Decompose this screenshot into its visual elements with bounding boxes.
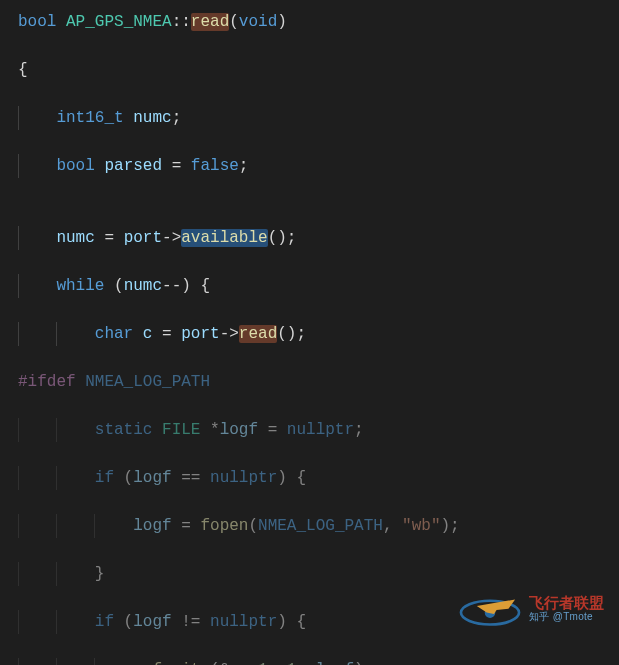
code-line: #ifdef NMEA_LOG_PATH — [18, 370, 609, 394]
code-line: numc = port->available(); — [18, 226, 609, 250]
fn-read2-highlight: read — [239, 325, 277, 343]
code-line: if (logf != nullptr) { — [18, 610, 609, 634]
code-line: bool AP_GPS_NMEA::read(void) — [18, 10, 609, 34]
code-line: char c = port->read(); — [18, 322, 609, 346]
code-line: int16_t numc; — [18, 106, 609, 130]
fn-read-highlight: read — [191, 13, 229, 31]
code-block: bool AP_GPS_NMEA::read(void) { int16_t n… — [0, 10, 609, 665]
code-line: logf = fopen(NMEA_LOG_PATH, "wb"); — [18, 514, 609, 538]
code-line: { — [18, 58, 609, 82]
fn-available-highlight: available — [181, 229, 267, 247]
code-line: if (logf == nullptr) { — [18, 466, 609, 490]
code-line: static FILE *logf = nullptr; — [18, 418, 609, 442]
code-line: while (numc--) { — [18, 274, 609, 298]
code-line: bool parsed = false; — [18, 154, 609, 178]
code-line: } — [18, 562, 609, 586]
code-line: ::fwrite(&c, 1, 1, logf); — [18, 658, 609, 665]
